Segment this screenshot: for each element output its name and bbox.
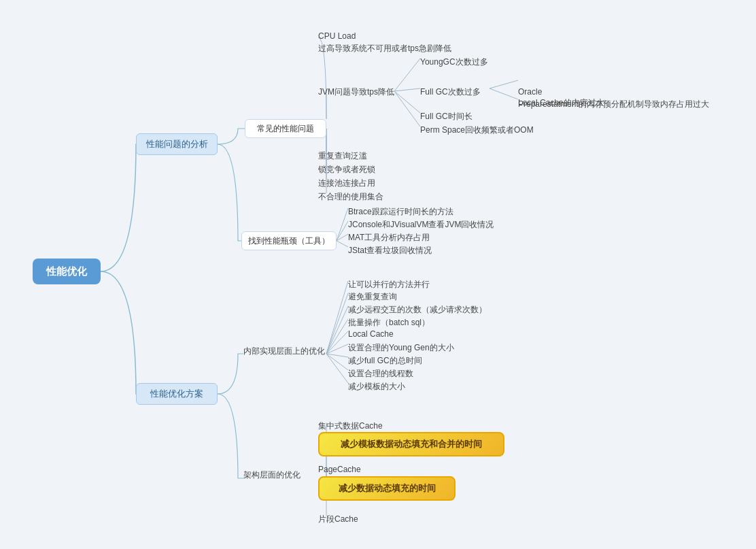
text-local-cache-size: Local Cache的内容过大 [518, 97, 604, 109]
text-cpu-load: CPU Load 过高导致系统不可用或者tps急剧降低 [318, 30, 451, 54]
text-reduce-template: 减少模板的大小 [348, 381, 405, 393]
text-reduce-remote: 减少远程交互的次数（减少请求次数） [348, 304, 487, 316]
text-local-cache: Local Cache [348, 329, 394, 339]
text-reduce-full-gc: 减少full GC的总时间 [348, 355, 422, 367]
text-repeat-query: 重复查询泛滥 [318, 150, 367, 162]
mindmap: 性能优化 性能问题的分析 性能优化方案 常见的性能问题 找到性能瓶颈（工具） C… [0, 0, 756, 549]
text-lock-compete: 锁竞争或者死锁 [318, 164, 375, 176]
text-inner-opt: 内部实现层面上的优化 [243, 346, 325, 357]
text-batch-sql: 批量操作（batch sql） [348, 317, 430, 329]
text-jvm-tps: JVM问题导致tps降低 [318, 86, 394, 98]
node-tools: 找到性能瓶颈（工具） [241, 231, 337, 250]
text-avoid-repeat: 避免重复查询 [348, 291, 397, 303]
text-btrace: Btrace跟踪运行时间长的方法 [348, 206, 453, 218]
node-common-issues: 常见的性能问题 [245, 119, 326, 138]
text-full-gc-count: Full GC次数过多 [420, 86, 481, 98]
text-conn-pool: 连接池连接占用 [318, 178, 375, 189]
text-young-gc: YoungGC次数过多 [420, 56, 488, 68]
text-page-cache: PageCache [318, 465, 361, 474]
highlight-template-merge: 减少模板数据动态填充和合并的时间 [318, 432, 504, 456]
text-centralized-cache: 集中式数据Cache [318, 420, 383, 432]
node-analysis: 性能问题的分析 [136, 133, 218, 155]
text-parallel: 让可以并行的方法并行 [348, 279, 430, 290]
text-mat: MAT工具分析内存占用 [348, 232, 430, 244]
text-arch-opt: 架构层面的优化 [243, 469, 300, 481]
text-young-gen: 设置合理的Young Gen的大小 [348, 342, 454, 354]
text-perm-space: Perm Space回收频繁或者OOM [420, 124, 534, 136]
text-fragment-cache: 片段Cache [318, 514, 358, 525]
text-jstat: JStat查看垃圾回收情况 [348, 245, 432, 256]
text-thread-num: 设置合理的线程数 [348, 368, 413, 380]
text-full-gc-time: Full GC时间长 [420, 111, 472, 122]
root-node: 性能优化 [33, 259, 101, 284]
text-jconsole: JConsole和JVisualVM查看JVM回收情况 [348, 219, 494, 231]
text-collection: 不合理的使用集合 [318, 191, 383, 203]
highlight-data-fill: 减少数据动态填充的时间 [318, 476, 456, 501]
node-solution: 性能优化方案 [136, 383, 218, 405]
